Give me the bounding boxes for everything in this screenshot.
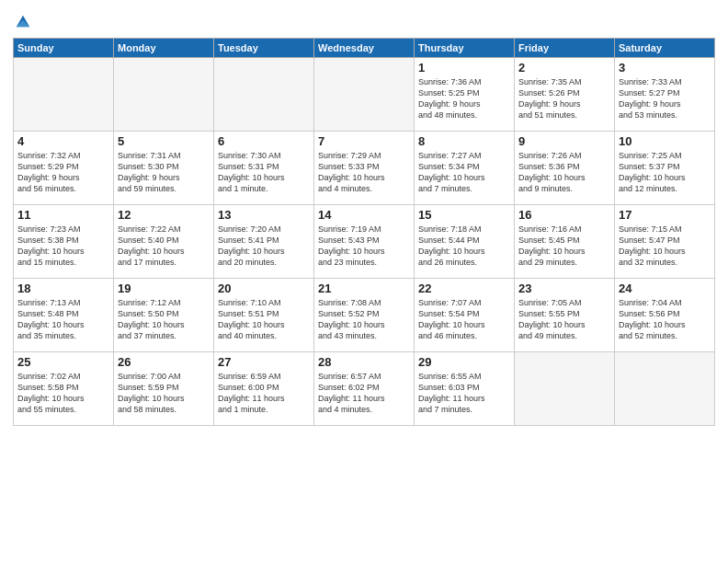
day-info: Sunrise: 7:07 AM Sunset: 5:54 PM Dayligh… <box>418 297 510 342</box>
day-info: Sunrise: 7:27 AM Sunset: 5:34 PM Dayligh… <box>418 150 510 195</box>
day-number: 19 <box>118 282 210 295</box>
calendar-cell: 27Sunrise: 6:59 AM Sunset: 6:00 PM Dayli… <box>214 351 314 425</box>
calendar-cell <box>615 351 715 425</box>
page-container: SundayMondayTuesdayWednesdayThursdayFrid… <box>0 0 728 435</box>
calendar-cell: 14Sunrise: 7:19 AM Sunset: 5:43 PM Dayli… <box>314 204 415 278</box>
day-number: 26 <box>118 355 210 369</box>
weekday-header-tuesday: Tuesday <box>214 38 314 57</box>
day-number: 21 <box>318 282 410 295</box>
day-number: 11 <box>17 208 109 222</box>
day-number: 25 <box>17 355 109 369</box>
calendar-cell: 6Sunrise: 7:30 AM Sunset: 5:31 PM Daylig… <box>214 131 314 204</box>
day-number: 9 <box>518 134 610 148</box>
calendar-cell: 5Sunrise: 7:31 AM Sunset: 5:30 PM Daylig… <box>114 131 214 204</box>
day-info: Sunrise: 7:18 AM Sunset: 5:44 PM Dayligh… <box>418 224 510 269</box>
calendar-cell: 17Sunrise: 7:15 AM Sunset: 5:47 PM Dayli… <box>615 204 715 278</box>
calendar-cell <box>314 57 415 131</box>
calendar-cell: 9Sunrise: 7:26 AM Sunset: 5:36 PM Daylig… <box>515 131 615 204</box>
day-number: 15 <box>418 208 510 222</box>
day-info: Sunrise: 7:19 AM Sunset: 5:43 PM Dayligh… <box>318 224 410 269</box>
day-number: 10 <box>619 134 711 148</box>
calendar-cell: 12Sunrise: 7:22 AM Sunset: 5:40 PM Dayli… <box>114 204 214 278</box>
day-number: 1 <box>418 61 510 75</box>
day-number: 4 <box>17 134 109 148</box>
calendar-cell <box>214 57 314 131</box>
weekday-header-saturday: Saturday <box>615 38 715 57</box>
day-info: Sunrise: 6:55 AM Sunset: 6:03 PM Dayligh… <box>418 371 510 416</box>
day-info: Sunrise: 7:22 AM Sunset: 5:40 PM Dayligh… <box>118 224 210 269</box>
day-number: 18 <box>17 282 109 295</box>
day-info: Sunrise: 7:05 AM Sunset: 5:55 PM Dayligh… <box>518 297 610 342</box>
day-info: Sunrise: 7:20 AM Sunset: 5:41 PM Dayligh… <box>218 224 310 269</box>
calendar-week-5: 25Sunrise: 7:02 AM Sunset: 5:58 PM Dayli… <box>14 351 715 425</box>
calendar-cell <box>14 57 114 131</box>
header <box>13 9 715 34</box>
day-info: Sunrise: 7:35 AM Sunset: 5:26 PM Dayligh… <box>518 76 610 121</box>
weekday-header-sunday: Sunday <box>14 38 114 57</box>
day-info: Sunrise: 7:13 AM Sunset: 5:48 PM Dayligh… <box>17 297 109 342</box>
calendar-week-3: 11Sunrise: 7:23 AM Sunset: 5:38 PM Dayli… <box>14 204 715 278</box>
weekday-header-monday: Monday <box>114 38 214 57</box>
day-info: Sunrise: 7:33 AM Sunset: 5:27 PM Dayligh… <box>619 76 711 121</box>
weekday-header-row: SundayMondayTuesdayWednesdayThursdayFrid… <box>14 38 715 57</box>
calendar-cell: 18Sunrise: 7:13 AM Sunset: 5:48 PM Dayli… <box>14 278 114 351</box>
day-info: Sunrise: 7:30 AM Sunset: 5:31 PM Dayligh… <box>218 150 310 195</box>
day-number: 22 <box>418 282 510 295</box>
day-info: Sunrise: 7:16 AM Sunset: 5:45 PM Dayligh… <box>518 224 610 269</box>
day-info: Sunrise: 6:57 AM Sunset: 6:02 PM Dayligh… <box>318 371 410 416</box>
day-info: Sunrise: 7:29 AM Sunset: 5:33 PM Dayligh… <box>318 150 410 195</box>
logo-icon <box>15 13 31 29</box>
day-info: Sunrise: 7:02 AM Sunset: 5:58 PM Dayligh… <box>17 371 109 416</box>
calendar-cell: 25Sunrise: 7:02 AM Sunset: 5:58 PM Dayli… <box>14 351 114 425</box>
calendar-cell <box>515 351 615 425</box>
calendar-cell: 3Sunrise: 7:33 AM Sunset: 5:27 PM Daylig… <box>615 57 715 131</box>
calendar-cell: 15Sunrise: 7:18 AM Sunset: 5:44 PM Dayli… <box>415 204 515 278</box>
day-number: 27 <box>218 355 310 369</box>
day-info: Sunrise: 6:59 AM Sunset: 6:00 PM Dayligh… <box>218 371 310 416</box>
day-info: Sunrise: 7:26 AM Sunset: 5:36 PM Dayligh… <box>518 150 610 195</box>
day-info: Sunrise: 7:12 AM Sunset: 5:50 PM Dayligh… <box>118 297 210 342</box>
day-number: 20 <box>218 282 310 295</box>
calendar-cell: 23Sunrise: 7:05 AM Sunset: 5:55 PM Dayli… <box>515 278 615 351</box>
calendar-week-2: 4Sunrise: 7:32 AM Sunset: 5:29 PM Daylig… <box>14 131 715 204</box>
day-info: Sunrise: 7:36 AM Sunset: 5:25 PM Dayligh… <box>418 76 510 121</box>
day-info: Sunrise: 7:32 AM Sunset: 5:29 PM Dayligh… <box>17 150 109 195</box>
calendar-week-4: 18Sunrise: 7:13 AM Sunset: 5:48 PM Dayli… <box>14 278 715 351</box>
calendar-cell: 1Sunrise: 7:36 AM Sunset: 5:25 PM Daylig… <box>415 57 515 131</box>
day-number: 23 <box>518 282 610 295</box>
day-number: 29 <box>418 355 510 369</box>
calendar-cell: 26Sunrise: 7:00 AM Sunset: 5:59 PM Dayli… <box>114 351 214 425</box>
day-number: 28 <box>318 355 410 369</box>
calendar-cell <box>114 57 214 131</box>
calendar-cell: 24Sunrise: 7:04 AM Sunset: 5:56 PM Dayli… <box>615 278 715 351</box>
calendar-cell: 13Sunrise: 7:20 AM Sunset: 5:41 PM Dayli… <box>214 204 314 278</box>
weekday-header-friday: Friday <box>515 38 615 57</box>
weekday-header-thursday: Thursday <box>415 38 515 57</box>
calendar-cell: 20Sunrise: 7:10 AM Sunset: 5:51 PM Dayli… <box>214 278 314 351</box>
day-number: 2 <box>518 61 610 75</box>
day-number: 5 <box>118 134 210 148</box>
day-info: Sunrise: 7:31 AM Sunset: 5:30 PM Dayligh… <box>118 150 210 195</box>
day-number: 7 <box>318 134 410 148</box>
day-number: 3 <box>619 61 711 75</box>
calendar-cell: 29Sunrise: 6:55 AM Sunset: 6:03 PM Dayli… <box>415 351 515 425</box>
day-info: Sunrise: 7:25 AM Sunset: 5:37 PM Dayligh… <box>619 150 711 195</box>
calendar-cell: 10Sunrise: 7:25 AM Sunset: 5:37 PM Dayli… <box>615 131 715 204</box>
calendar-cell: 7Sunrise: 7:29 AM Sunset: 5:33 PM Daylig… <box>314 131 415 204</box>
day-info: Sunrise: 7:08 AM Sunset: 5:52 PM Dayligh… <box>318 297 410 342</box>
day-number: 8 <box>418 134 510 148</box>
calendar-cell: 22Sunrise: 7:07 AM Sunset: 5:54 PM Dayli… <box>415 278 515 351</box>
weekday-header-wednesday: Wednesday <box>314 38 415 57</box>
day-info: Sunrise: 7:04 AM Sunset: 5:56 PM Dayligh… <box>619 297 711 342</box>
day-number: 12 <box>118 208 210 222</box>
calendar-cell: 19Sunrise: 7:12 AM Sunset: 5:50 PM Dayli… <box>114 278 214 351</box>
logo-text <box>13 13 31 34</box>
day-number: 17 <box>619 208 711 222</box>
calendar-week-1: 1Sunrise: 7:36 AM Sunset: 5:25 PM Daylig… <box>14 57 715 131</box>
calendar-cell: 4Sunrise: 7:32 AM Sunset: 5:29 PM Daylig… <box>14 131 114 204</box>
calendar-cell: 11Sunrise: 7:23 AM Sunset: 5:38 PM Dayli… <box>14 204 114 278</box>
day-number: 14 <box>318 208 410 222</box>
day-number: 24 <box>619 282 711 295</box>
day-number: 6 <box>218 134 310 148</box>
calendar-cell: 16Sunrise: 7:16 AM Sunset: 5:45 PM Dayli… <box>515 204 615 278</box>
